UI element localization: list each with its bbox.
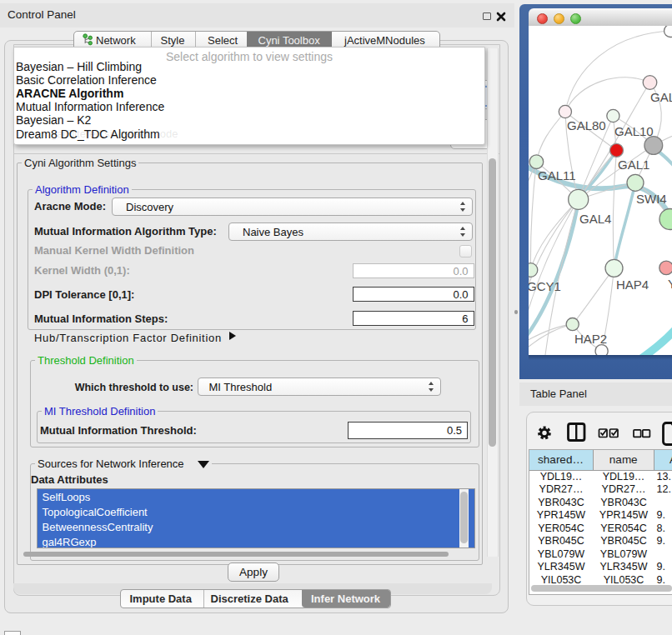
svg-text:GAL7: GAL7 bbox=[650, 90, 672, 104]
svg-text:GAL4: GAL4 bbox=[579, 212, 611, 226]
svg-text:GAL11: GAL11 bbox=[538, 168, 576, 182]
svg-text:YE: YE bbox=[668, 277, 672, 291]
svg-text:GAL80: GAL80 bbox=[567, 118, 606, 132]
svg-text:GAL1: GAL1 bbox=[618, 158, 649, 172]
svg-text:HAP2: HAP2 bbox=[574, 332, 607, 346]
svg-text:SWI4: SWI4 bbox=[636, 192, 667, 206]
svg-text:HAP4: HAP4 bbox=[616, 278, 649, 292]
svg-text:GAL10: GAL10 bbox=[614, 124, 654, 138]
svg-text:GCY1: GCY1 bbox=[529, 279, 561, 293]
